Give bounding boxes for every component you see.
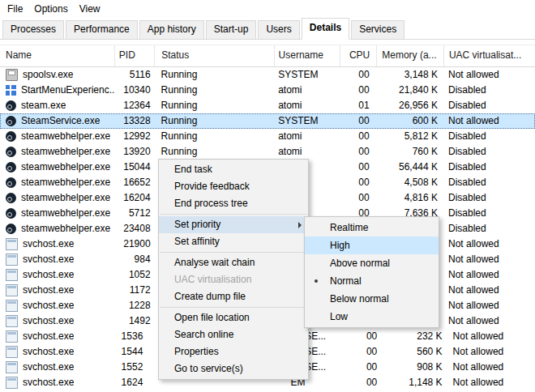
steam-icon (6, 131, 16, 142)
cell-uac: Disabled (443, 206, 535, 221)
priority-submenu: RealtimeHighAbove normalNormalBelow norm… (304, 216, 439, 328)
cell-uac: Not allowed (443, 67, 535, 83)
cell-status: Running (155, 67, 275, 83)
cell-memory: 5,812 K (376, 129, 443, 144)
context-menu-item-go-to-service-s[interactable]: Go to service(s) (159, 360, 308, 377)
submenu-item-label: Low (330, 311, 348, 322)
cell-name: svchost.exe (0, 236, 115, 252)
table-row[interactable]: StartMenuExperienc...10340Runningatomi00… (0, 83, 535, 98)
column-header-uac[interactable]: UAC virtualisat... (444, 45, 535, 66)
submenu-item-realtime[interactable]: Realtime (305, 219, 439, 236)
svchost-icon (6, 361, 18, 373)
menubar-item-view[interactable]: View (74, 0, 106, 18)
steam-icon (6, 147, 16, 157)
svchost-icon (6, 315, 18, 327)
column-header-cpu[interactable]: CPU (340, 45, 377, 66)
process-name: svchost.exe (23, 236, 74, 252)
cell-username: atomi (274, 129, 340, 144)
svchost-icon (6, 284, 18, 296)
cell-pid: 15044 (115, 160, 155, 175)
menubar-item-options[interactable]: Options (28, 0, 73, 18)
cell-name: steamwebhelper.exe (0, 129, 115, 144)
cell-username: atomi (274, 144, 340, 160)
context-menu-item-uac-virtualisation: UAC virtualisation (159, 271, 308, 288)
context-menu-item-end-process-tree[interactable]: End process tree (159, 195, 308, 212)
process-name: StartMenuExperienc... (21, 83, 115, 98)
cell-name: steamwebhelper.exe (0, 175, 115, 190)
menu-item-label: Set priority (174, 219, 220, 230)
submenu-item-normal[interactable]: Normal (305, 272, 439, 290)
table-row[interactable]: spoolsv.exe5116RunningSYSTEM003,148 KNot… (0, 67, 535, 83)
menu-item-label: Analyse wait chain (174, 257, 255, 268)
column-header-username[interactable]: Username (275, 45, 341, 66)
table-row[interactable]: steamwebhelper.exe13920Runningatomi00760… (0, 144, 535, 160)
context-menu-item-set-priority[interactable]: Set priority (159, 216, 308, 233)
cell-pid: 5712 (115, 206, 155, 221)
context-menu-item-end-task[interactable]: End task (159, 161, 308, 178)
table-row[interactable]: steamwebhelper.exe12992Runningatomi005,8… (0, 129, 535, 144)
context-menu-item-provide-feedback[interactable]: Provide feedback (159, 178, 308, 195)
cell-name: svchost.exe (0, 375, 109, 390)
process-name: steamwebhelper.exe (21, 221, 110, 236)
submenu-item-high[interactable]: High (305, 236, 439, 254)
tab-start-up[interactable]: Start-up (206, 20, 257, 40)
table-row[interactable]: steam.exe12364Runningatomi0126,956 KDisa… (0, 98, 535, 113)
context-menu-item-set-affinity[interactable]: Set affinity (159, 233, 308, 250)
steam-icon (6, 100, 16, 111)
column-header-status[interactable]: Status (155, 45, 274, 66)
submenu-item-low[interactable]: Low (305, 308, 439, 326)
submenu-item-label: High (330, 240, 350, 251)
context-menu-item-create-dump-file[interactable]: Create dump file (159, 288, 308, 305)
cell-username: SYSTEM (274, 113, 340, 129)
cell-uac: Not allowed (443, 283, 535, 298)
cell-memory: 232 K (383, 329, 447, 344)
table-row[interactable]: SteamService.exe13328RunningSYSTEM00600 … (0, 113, 535, 129)
submenu-item-above-normal[interactable]: Above normal (305, 254, 439, 272)
tab-details[interactable]: Details (302, 18, 349, 40)
column-header-pid[interactable]: PID (115, 45, 155, 66)
cell-memory: 600 K (376, 113, 443, 129)
tab-users[interactable]: Users (258, 20, 299, 40)
menu-item-label: Search online (174, 329, 233, 340)
context-menu-item-analyse-wait-chain[interactable]: Analyse wait chain (159, 254, 308, 271)
window-icon (6, 85, 16, 96)
cell-pid: 16204 (115, 190, 155, 206)
cell-pid: 12992 (115, 129, 155, 144)
cell-pid: 13328 (115, 113, 155, 129)
radio-bullet-icon (315, 279, 318, 283)
submenu-item-label: Realtime (330, 222, 368, 233)
process-name: svchost.exe (23, 360, 74, 375)
steam-icon (6, 177, 16, 188)
tab-services[interactable]: Services (351, 20, 404, 40)
process-name: svchost.exe (23, 344, 74, 360)
steam-icon (6, 224, 16, 234)
tab-processes[interactable]: Processes (2, 20, 64, 40)
printer-icon (6, 69, 18, 81)
tab-performance[interactable]: Performance (66, 20, 138, 40)
context-menu-item-search-online[interactable]: Search online (159, 326, 308, 343)
cell-cpu: 00 (340, 175, 375, 190)
menu-separator (160, 307, 307, 308)
process-name: steamwebhelper.exe (21, 206, 110, 221)
cell-memory: 908 K (383, 360, 447, 375)
menubar-item-file[interactable]: File (2, 0, 28, 18)
cell-name: steamwebhelper.exe (0, 221, 115, 236)
submenu-item-label: Below normal (330, 293, 389, 305)
process-name: svchost.exe (23, 313, 74, 329)
context-menu-item-open-file-location[interactable]: Open file location (159, 309, 308, 326)
menu-item-label: End process tree (174, 198, 248, 209)
cell-pid: 1624 (109, 375, 147, 390)
process-name: steamwebhelper.exe (21, 129, 110, 144)
cell-pid: 10340 (115, 83, 155, 98)
menu-separator (160, 214, 307, 215)
process-name: svchost.exe (23, 252, 74, 267)
cell-memory: 4,816 K (376, 190, 443, 206)
tab-app-history[interactable]: App history (139, 20, 204, 40)
submenu-item-below-normal[interactable]: Below normal (305, 290, 439, 308)
cell-cpu: 00 (340, 129, 375, 144)
menu-item-label: Provide feedback (174, 181, 250, 192)
cell-uac: Not allowed (448, 360, 535, 375)
context-menu-item-properties[interactable]: Properties (159, 343, 308, 360)
column-header-name[interactable]: Name (0, 45, 115, 66)
column-header-memory[interactable]: Memory (a... (377, 45, 444, 66)
